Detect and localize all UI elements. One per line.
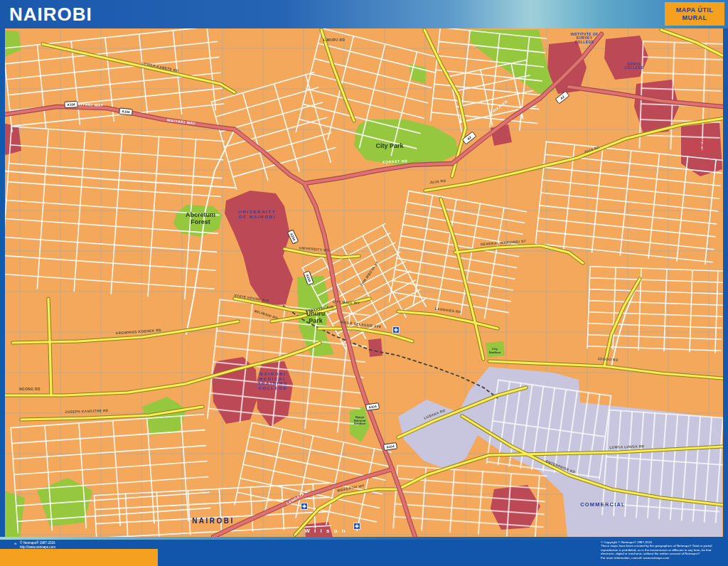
- map-frame-right: [723, 28, 728, 537]
- route-shield: A104: [65, 101, 77, 107]
- badge-line-2: MURAL: [682, 14, 707, 22]
- place-label: UNIVERSITYOF NAIROBI: [238, 209, 276, 219]
- place-label: W i l s o n: [304, 528, 346, 534]
- place-label: NAIROBI: [192, 517, 235, 525]
- footer-line: © Netmaps® 1987-2016: [20, 541, 55, 545]
- badge-line-1: MAPA ÚTIL: [676, 6, 714, 14]
- hospital-icon: [354, 523, 360, 530]
- institution-station: [368, 338, 382, 357]
- hospital-icon: [301, 503, 308, 510]
- footer-bar: » © Netmaps® 1987-2016http://www.netmaps…: [0, 537, 728, 566]
- map-canvas: WAIYAKI WAYWAIYAKI WAYLOWER KABETE RDLIM…: [0, 28, 728, 537]
- footer-orange-block: [0, 549, 158, 566]
- road-label: LIMURU RD: [323, 38, 346, 42]
- footer-logo-icon: »: [14, 541, 16, 545]
- place-label: COMMERCIAL: [580, 501, 626, 508]
- place-label: UhuruPark: [306, 310, 326, 324]
- page-title: NAIROBI: [9, 4, 92, 26]
- map-poster: NAIROBI MAPA ÚTIL MURAL WAIYAKI WAYWAIYA…: [0, 0, 728, 566]
- header-bar: NAIROBI MAPA ÚTIL MURAL: [0, 0, 728, 28]
- footer-gradient-strip: [0, 537, 728, 540]
- route-shield: A104: [119, 108, 133, 115]
- place-label: NyayoNationalStadium: [354, 415, 366, 425]
- place-label: City Park: [375, 142, 404, 149]
- footer-line: For more information, consult: www.netma…: [601, 556, 725, 560]
- map-frame-left: [0, 28, 5, 537]
- station-icon: [393, 327, 400, 333]
- footer-copyright-text: © Copyright © Netmaps® 1987-2016These ma…: [601, 540, 725, 560]
- mapa-util-mural-badge: MAPA ÚTIL MURAL: [665, 2, 724, 26]
- road-label: NGONG RD: [19, 388, 41, 391]
- place-label: NAIROBIMEDICALTRAININGCOLLEGE: [258, 371, 289, 390]
- svg-text:A104: A104: [67, 102, 75, 107]
